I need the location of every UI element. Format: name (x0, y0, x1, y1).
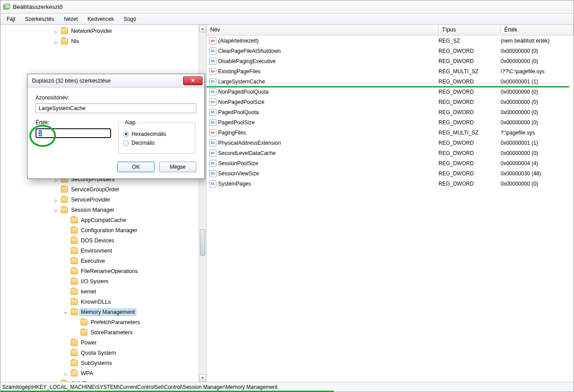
value-type: REG_DWORD (438, 109, 501, 115)
tree-spacer-icon (74, 330, 80, 335)
name-field[interactable] (36, 103, 196, 113)
tree-item[interactable]: Executive (0, 256, 199, 266)
folder-icon (71, 360, 78, 366)
tree-item-label: Executive (80, 257, 106, 265)
folder-icon (71, 217, 78, 223)
tree-item[interactable]: Environment (0, 245, 199, 256)
folder-icon (71, 289, 78, 295)
tree-item[interactable]: StoreParameters (0, 327, 199, 337)
cancel-button[interactable]: Mégse (159, 162, 196, 172)
radio-dec[interactable]: Decimális (123, 140, 191, 146)
menu-file[interactable]: Fájl (2, 15, 20, 23)
reg-dword-icon (209, 109, 216, 116)
value-data: \??\C:\pagefile.sys (501, 68, 574, 75)
value-row[interactable]: SystemPagesREG_DWORD0x00000000 (0) (207, 178, 574, 189)
col-value-header[interactable]: Érték (501, 25, 574, 35)
value-type: REG_DWORD (438, 48, 501, 54)
tree-item-label: Session Manager (70, 206, 116, 214)
tree-item-label: Nls (70, 38, 80, 45)
tree-item[interactable]: Power (0, 337, 199, 348)
tree-item-label: I/O System (80, 278, 110, 285)
tree-item-label: NetworkProvider (70, 28, 113, 35)
value-row[interactable]: LargeSystemCacheREG_DWORD0x00000001 (1) (207, 76, 574, 87)
value-type: REG_DWORD (438, 170, 501, 177)
chevron-down-icon[interactable] (64, 309, 70, 315)
value-type: REG_MULTI_SZ (438, 130, 501, 136)
chevron-right-icon[interactable] (55, 197, 60, 202)
value-row[interactable]: SecondLevelDataCacheREG_DWORD0x00000000 … (207, 148, 574, 158)
tree-item[interactable]: kernel (0, 286, 199, 297)
close-button[interactable]: ✕ (183, 76, 203, 85)
chevron-right-icon[interactable] (55, 39, 60, 44)
tree-item[interactable]: SNMP (0, 378, 199, 382)
tree-spacer-icon (64, 228, 70, 233)
tree-item-label: Configuration Manager (80, 227, 139, 234)
menu-help[interactable]: Súgó (119, 15, 140, 23)
folder-icon (71, 340, 78, 346)
menu-edit[interactable]: Szerkesztés (20, 15, 58, 23)
chevron-right-icon[interactable] (64, 371, 70, 376)
value-row[interactable]: SessionViewSizeREG_DWORD0x00000030 (48) (207, 168, 574, 178)
value-data: 0x00000030 (48) (501, 170, 574, 177)
menu-favorites[interactable]: Kedvencek (83, 15, 118, 23)
scroll-up-button[interactable]: ▲ (199, 25, 206, 32)
tree-item-label: Quota System (80, 349, 117, 356)
status-bar: Számítógép\HKEY_LOCAL_MACHINE\SYSTEM\Cur… (0, 382, 574, 392)
value-name: PagedPoolSize (218, 119, 255, 126)
value-rows: (Alapértelmezett)REG_SZ(nem beállított é… (207, 36, 574, 382)
tree-item[interactable]: Nls (0, 36, 199, 46)
value-row[interactable]: NonPagedPoolQuotaREG_DWORD0x00000000 (0) (207, 87, 574, 97)
tree-item[interactable]: I/O System (0, 276, 199, 286)
value-row[interactable]: (Alapértelmezett)REG_SZ(nem beállított é… (207, 36, 574, 46)
dialog-title-bar[interactable]: Duplaszó (32 bites) szerkesztése ✕ (28, 74, 204, 87)
value-field[interactable] (36, 128, 111, 138)
folder-icon (71, 370, 78, 376)
value-row[interactable]: SessionPoolSizeREG_DWORD0x00000004 (4) (207, 158, 574, 168)
scroll-thumb[interactable] (200, 229, 205, 256)
col-name-header[interactable]: Név (207, 25, 438, 35)
chevron-down-icon[interactable] (55, 207, 60, 213)
tree-item[interactable]: Quota System (0, 348, 199, 358)
base-legend: Alap (123, 119, 137, 126)
tree-item[interactable]: PrefetchParameters (0, 317, 199, 327)
tree-item[interactable]: ServiceProvider (0, 194, 199, 205)
tree-item[interactable]: Configuration Manager (0, 225, 199, 235)
tree-item[interactable]: Memory Management (0, 307, 199, 317)
tree-item[interactable]: NetworkProvider (0, 26, 199, 36)
tree-item-label: FileRenameOperations (80, 268, 140, 275)
value-name: NonPagedPoolQuota (218, 89, 268, 95)
value-row[interactable]: DisablePagingExecutiveREG_DWORD0x0000000… (207, 56, 574, 66)
reg-dword-icon (209, 150, 216, 157)
menu-view[interactable]: Nézet (60, 15, 82, 23)
value-row[interactable]: PagedPoolSizeREG_DWORD0x00000000 (0) (207, 117, 574, 127)
value-name: PhysicalAddressExtension (218, 140, 281, 146)
tree-item[interactable]: AppCompatCache (0, 215, 199, 225)
value-row[interactable]: PhysicalAddressExtensionREG_DWORD0x00000… (207, 138, 574, 148)
value-data: 0x00000000 (0) (501, 150, 574, 156)
value-type: REG_DWORD (438, 58, 501, 64)
value-row[interactable]: PagedPoolQuotaREG_DWORD0x00000000 (0) (207, 107, 574, 117)
tree-item[interactable]: FileRenameOperations (0, 266, 199, 276)
tree-item[interactable]: WPA (0, 368, 199, 378)
tree-item-label: WPA (80, 370, 95, 377)
tree-item[interactable]: ServiceGroupOrder (0, 184, 199, 194)
radio-hex[interactable]: Hexadecimális (123, 131, 191, 137)
tree-item[interactable]: DOS Devices (0, 235, 199, 245)
col-type-header[interactable]: Típus (438, 25, 501, 35)
value-name: ClearPageFileAtShutdown (218, 48, 281, 54)
value-row[interactable]: NonPagedPoolSizeREG_DWORD0x00000000 (0) (207, 97, 574, 107)
value-data: 0x00000004 (4) (501, 160, 574, 166)
value-data: 0x00000000 (0) (501, 109, 574, 115)
tree-item[interactable]: Session Manager (0, 205, 199, 215)
tree-item[interactable]: KnownDLLs (0, 297, 199, 307)
value-row[interactable]: PagingFilesREG_MULTI_SZ?:\pagefile.sys (207, 127, 574, 138)
value-name: NonPagedPoolSize (218, 99, 264, 105)
value-type: REG_DWORD (438, 181, 501, 187)
value-row[interactable]: ClearPageFileAtShutdownREG_DWORD0x000000… (207, 46, 574, 56)
scroll-down-button[interactable]: ▼ (199, 374, 206, 382)
chevron-right-icon[interactable] (55, 28, 60, 34)
value-row[interactable]: ExistingPageFilesREG_MULTI_SZ\??\C:\page… (207, 66, 574, 76)
tree-item[interactable]: SubSystems (0, 358, 199, 368)
tree-spacer-icon (64, 279, 70, 284)
ok-button[interactable]: OK (117, 162, 155, 172)
